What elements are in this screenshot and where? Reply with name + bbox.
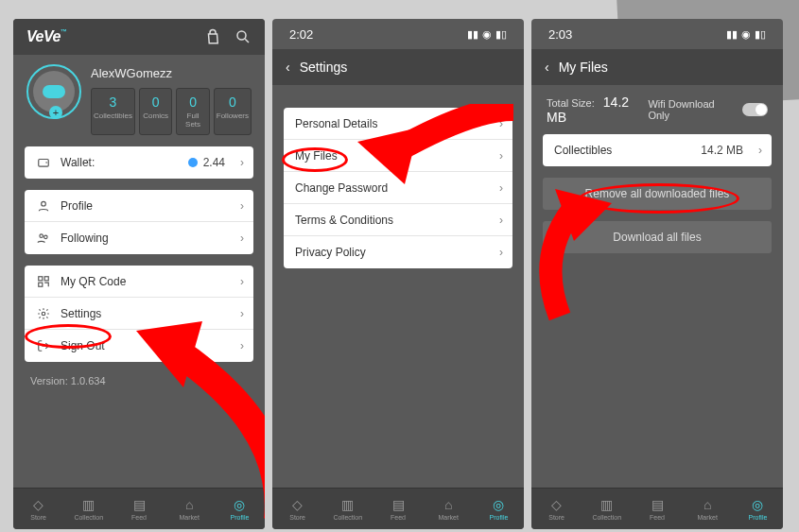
tabbar: ◇Store ▥Collection ▤Feed ⌂Market ◎Profil…	[272, 488, 524, 529]
username: AlexWGomezz	[91, 66, 252, 80]
veve-logo: VeVe™	[26, 28, 66, 45]
following-icon	[36, 232, 51, 245]
tab-market[interactable]: ⌂Market	[165, 497, 215, 521]
status-icons: ▮▮ ◉ ▮▯	[726, 28, 766, 41]
profile-icon	[36, 199, 51, 213]
tabbar: ◇Store ▥Collection ▤Feed ⌂Market ◎Profil…	[13, 488, 265, 529]
wallet-row[interactable]: Wallet: 2.44 ›	[25, 146, 253, 179]
collectibles-row[interactable]: Collectibles 14.2 MB ›	[543, 134, 772, 166]
stat-fullsets[interactable]: 0 Full Sets	[176, 88, 209, 135]
status-time: 2:02	[289, 27, 313, 42]
phone-myfiles: 2:03 ▮▮ ◉ ▮▯ ‹ My Files Total Size: 14.2…	[531, 19, 783, 529]
gem-icon	[188, 158, 198, 167]
svg-point-8	[42, 312, 45, 316]
version-text: Version: 1.0.634	[13, 368, 265, 394]
tab-store[interactable]: ◇Store	[531, 497, 582, 521]
tab-collection[interactable]: ▥Collection	[322, 497, 373, 521]
stat-comics[interactable]: 0 Comics	[139, 88, 172, 135]
tab-feed[interactable]: ▤Feed	[632, 497, 682, 521]
my-files-row[interactable]: My Files›	[284, 140, 512, 172]
qr-icon	[36, 275, 51, 288]
gear-icon	[36, 307, 51, 320]
change-password-row[interactable]: Change Password›	[284, 172, 512, 204]
wifi-icon: ◉	[741, 28, 751, 41]
signal-icon: ▮▮	[467, 28, 478, 41]
svg-point-2	[42, 201, 46, 206]
tab-collection[interactable]: ▥Collection	[63, 497, 113, 521]
veve-header: VeVe™	[13, 19, 265, 55]
svg-rect-6	[44, 276, 48, 280]
wallet-label: Wallet:	[61, 156, 95, 169]
battery-icon: ▮▯	[495, 28, 507, 41]
search-icon[interactable]	[234, 28, 252, 45]
status-time: 2:03	[548, 27, 572, 42]
tab-feed[interactable]: ▤Feed	[113, 497, 164, 521]
bag-icon[interactable]	[204, 28, 221, 45]
personal-details-row[interactable]: Personal Details›	[284, 108, 512, 140]
svg-point-0	[237, 31, 246, 40]
settings-header[interactable]: ‹ Settings	[272, 49, 524, 85]
tab-profile[interactable]: ◎Profile	[474, 497, 524, 521]
svg-rect-5	[39, 276, 43, 280]
tab-collection[interactable]: ▥Collection	[582, 497, 632, 521]
total-size-label: Total Size:	[547, 97, 595, 109]
tab-profile[interactable]: ◎Profile	[215, 497, 265, 521]
signout-icon	[36, 339, 51, 352]
tab-store[interactable]: ◇Store	[272, 497, 322, 521]
battery-icon: ▮▯	[755, 28, 766, 41]
download-all-button[interactable]: Download all files	[543, 221, 772, 253]
following-row[interactable]: Following ›	[25, 222, 253, 254]
wifi-download-toggle[interactable]	[742, 103, 768, 116]
back-icon[interactable]: ‹	[545, 60, 549, 75]
tab-profile[interactable]: ◎Profile	[733, 497, 783, 521]
wifi-download-label: Wifi Download Only	[648, 98, 735, 121]
qr-row[interactable]: My QR Code ›	[25, 266, 253, 298]
myfiles-header[interactable]: ‹ My Files	[531, 49, 783, 85]
wifi-icon: ◉	[482, 28, 492, 41]
svg-point-3	[40, 234, 43, 238]
svg-point-4	[44, 235, 48, 239]
avatar[interactable]: +	[26, 64, 81, 119]
privacy-row[interactable]: Privacy Policy›	[284, 236, 512, 268]
wallet-icon	[36, 156, 51, 169]
stat-followers[interactable]: 0 Followers	[214, 88, 252, 135]
tab-store[interactable]: ◇Store	[13, 497, 63, 521]
chevron-right-icon: ›	[240, 156, 244, 169]
phone-settings: 2:02 ▮▮ ◉ ▮▯ ‹ Settings Personal Details…	[272, 19, 524, 529]
profile-row[interactable]: Profile ›	[25, 190, 253, 222]
svg-rect-7	[39, 283, 43, 286]
tab-feed[interactable]: ▤Feed	[373, 497, 423, 521]
stat-collectibles[interactable]: 3 Collectibles	[91, 88, 135, 135]
settings-row[interactable]: Settings ›	[25, 298, 253, 330]
avatar-add-icon[interactable]: +	[49, 106, 62, 119]
remove-all-button[interactable]: Remove all downloaded files	[543, 178, 772, 210]
phone-profile: VeVe™ + AlexWGomezz 3	[13, 19, 265, 529]
tab-market[interactable]: ⌂Market	[424, 497, 474, 521]
tab-market[interactable]: ⌂Market	[683, 497, 733, 521]
signal-icon: ▮▮	[726, 28, 738, 41]
terms-row[interactable]: Terms & Conditions›	[284, 204, 512, 236]
tabbar: ◇Store ▥Collection ▤Feed ⌂Market ◎Profil…	[531, 488, 783, 529]
back-icon[interactable]: ‹	[286, 60, 290, 75]
signout-row[interactable]: Sign Out ›	[25, 330, 253, 362]
status-icons: ▮▮ ◉ ▮▯	[467, 28, 507, 41]
